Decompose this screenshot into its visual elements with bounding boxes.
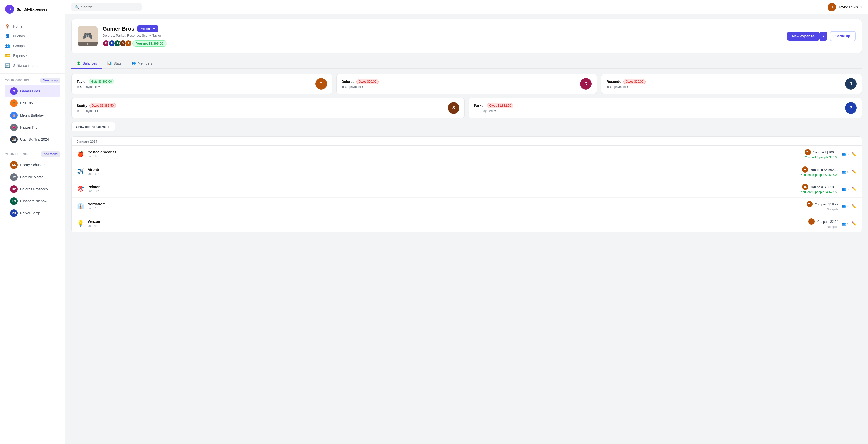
friend-delores[interactable]: DP Delores Prosacco <box>5 183 60 195</box>
airbnb-people-count: 👥 6 <box>842 170 849 173</box>
rosendo-name: Rosendo <box>606 80 621 84</box>
search-icon: 🔍 <box>75 5 79 9</box>
costco-edit-icon[interactable]: ✏️ <box>852 152 857 157</box>
search-input[interactable] <box>81 5 138 9</box>
people-icon: 👥 <box>842 170 846 173</box>
delores-avatar: DP <box>10 185 18 193</box>
dominic-avatar: DM <box>10 173 18 181</box>
airbnb-lent: You lent 5 people $4,635.00 <box>801 173 838 177</box>
sidebar-item-bali-trip[interactable]: 🌴 Bali Trip <box>5 97 60 109</box>
app-logo: S SplitMyExpenses <box>0 0 65 18</box>
new-group-button[interactable]: New group <box>40 77 60 83</box>
peloton-edit-icon[interactable]: ✏️ <box>852 187 857 191</box>
chevron-down-icon: ▾ <box>98 85 100 89</box>
friend-parker[interactable]: PB Parker Berge <box>5 207 60 219</box>
member-avatars: D P R S T <box>103 40 130 47</box>
nordstrom-edit-icon[interactable]: ✏️ <box>852 204 857 209</box>
friend-scotty[interactable]: SS Scotty Schuster <box>5 159 60 171</box>
friend-dominic[interactable]: DM Dominic Morar <box>5 171 60 183</box>
nav-home[interactable]: 🏠 Home <box>0 21 65 31</box>
airbnb-paid: You paid $5,562.00 <box>810 168 838 171</box>
friends-section: Your friends Add friend SS Scotty Schust… <box>0 148 65 221</box>
balance-card-rosendo[interactable]: Rosendo Owes $20.00 in 1 payment ▾ R <box>601 74 862 94</box>
costco-name: Costco groceries <box>88 150 801 154</box>
user-menu[interactable]: TL Taylor Lewis ▾ <box>828 3 862 11</box>
nav-home-label: Home <box>13 24 22 28</box>
bali-trip-label: Bali Trip <box>20 101 33 105</box>
nordstrom-no-splits: No splits <box>827 208 838 211</box>
rosendo-avatar: R <box>845 78 857 90</box>
mikes-birthday-avatar: 🎂 <box>10 112 18 119</box>
sidebar-item-gamer-bros[interactable]: G Gamer Bros <box>5 85 60 97</box>
home-icon: 🏠 <box>5 24 10 29</box>
balance-card-scotty[interactable]: Scotty Owes $1,882.50 in 1 payment ▾ S <box>71 98 465 118</box>
balance-card-parker[interactable]: Parker Owes $1,882.50 in 1 payment ▾ P <box>469 98 862 118</box>
dominic-name: Dominic Morar <box>20 175 43 179</box>
new-expense-button[interactable]: New expense <box>787 32 819 41</box>
airbnb-edit-icon[interactable]: ✏️ <box>852 169 857 174</box>
expense-costco: 🍎 Costco groceries Jan 18th TL You paid … <box>71 146 862 163</box>
peloton-date: Jan 13th <box>88 189 798 193</box>
elisabeth-name: Elisabeth Nienow <box>20 199 47 203</box>
nav-groups[interactable]: 👥 Groups <box>0 41 65 51</box>
expense-peloton: 🎯 Peloton Jan 13th TL You paid $5,613.00… <box>71 180 862 198</box>
group-details: Gamer Bros Actions ▾ Delores, Parker, Ro… <box>103 25 167 47</box>
main-content: 🔍 TL Taylor Lewis ▾ 🎮 Other <box>65 0 868 444</box>
balance-card-taylor[interactable]: Taylor Gets $3,805.00 in 4 payments ▾ T <box>71 74 332 94</box>
nav-friends[interactable]: 👤 Friends <box>0 31 65 41</box>
tab-balances[interactable]: 💲 Balances <box>71 58 102 69</box>
peloton-name: Peloton <box>88 185 798 189</box>
parker-avatar: P <box>845 102 857 114</box>
balance-badge: You get $3,805.00 <box>132 40 167 47</box>
friends-section-label: Your friends <box>5 153 30 156</box>
stats-icon: 📊 <box>107 61 112 65</box>
add-friend-button[interactable]: Add friend <box>41 152 60 157</box>
sidebar-item-hawaii-trip[interactable]: 🌺 Hawaii Trip <box>5 121 60 133</box>
balance-card-delores[interactable]: Delores Owes $20.00 in 1 payment ▾ D <box>336 74 597 94</box>
balance-grid-bottom: Scotty Owes $1,882.50 in 1 payment ▾ S <box>71 98 862 118</box>
nav-expenses[interactable]: 💳 Expenses <box>0 51 65 61</box>
settle-up-button[interactable]: Settle up <box>830 31 856 41</box>
verizon-edit-icon[interactable]: ✏️ <box>852 221 857 226</box>
parker-badge: Owes $1,882.50 <box>487 103 514 108</box>
nordstrom-paid: You paid $18.99 <box>815 202 838 206</box>
mikes-birthday-label: Mike's Birthday <box>20 113 44 117</box>
delores-name: Delores Prosacco <box>20 187 48 191</box>
costco-date: Jan 18th <box>88 155 801 158</box>
people-icon: 👥 <box>842 187 846 191</box>
gamer-bros-avatar: G <box>10 87 18 95</box>
show-debt-visualization-button[interactable]: Show debt visualization <box>71 122 115 131</box>
nav-splitwise[interactable]: 🔄 Splitwise imports <box>0 61 65 70</box>
content-area: 🎮 Other Gamer Bros Actions ▾ <box>65 14 868 444</box>
friend-elisabeth[interactable]: EN Elisabeth Nienow <box>5 195 60 207</box>
costco-people-count: 👥 5 <box>842 153 849 156</box>
delores-avatar: D <box>580 78 592 90</box>
expense-nordstrom: 👔 Nordstrom Jan 11th TL You paid $18.99 … <box>71 198 862 215</box>
tab-members[interactable]: 👥 Members <box>127 58 157 69</box>
sidebar-item-utah-ski[interactable]: ⛷️ Utah Ski Trip 2024 <box>5 133 60 146</box>
chevron-down-icon: ▾ <box>153 27 155 31</box>
people-icon: 👥 <box>842 153 846 156</box>
expenses-icon: 💳 <box>5 53 10 58</box>
chevron-down-icon: ▾ <box>627 85 628 89</box>
sidebar-item-mikes-birthday[interactable]: 🎂 Mike's Birthday <box>5 109 60 121</box>
nav-expenses-label: Expenses <box>13 54 28 58</box>
new-expense-group: New expense ▾ <box>787 32 827 41</box>
balance-grid-top: Taylor Gets $3,805.00 in 4 payments ▾ T <box>71 74 862 94</box>
actions-button[interactable]: Actions ▾ <box>137 25 158 32</box>
verizon-payer-avatar: TL <box>808 219 814 224</box>
nordstrom-date: Jan 11th <box>88 207 803 210</box>
new-expense-dropdown-button[interactable]: ▾ <box>819 32 827 41</box>
tab-stats[interactable]: 📊 Stats <box>102 58 127 69</box>
airbnb-payer-avatar: TL <box>802 166 808 172</box>
groups-section-label: Your groups <box>5 78 29 82</box>
logo-icon: S <box>5 4 14 13</box>
other-badge: Other <box>78 42 98 46</box>
nav-groups-label: Groups <box>13 44 25 48</box>
friends-icon: 👤 <box>5 34 10 38</box>
user-name: Taylor Lewis <box>839 5 858 9</box>
nordstrom-payer-avatar: TL <box>807 201 813 207</box>
main-nav: 🏠 Home 👤 Friends 👥 Groups 💳 Expenses 🔄 S… <box>0 18 65 73</box>
expense-list: 🍎 Costco groceries Jan 18th TL You paid … <box>71 146 862 232</box>
utah-ski-label: Utah Ski Trip 2024 <box>20 137 49 141</box>
